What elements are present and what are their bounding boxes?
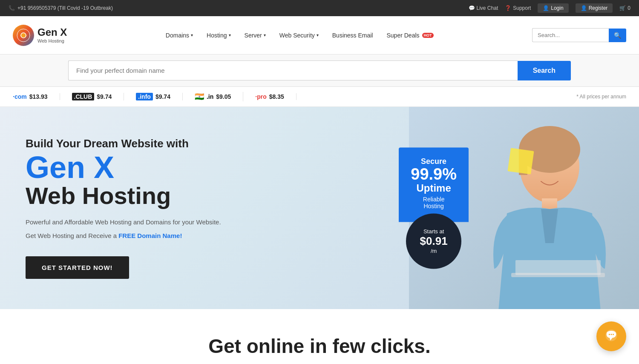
price-info: $9.74 xyxy=(155,93,170,100)
price-club: $9.74 xyxy=(97,93,112,100)
topbar-contact: 📞 +91 9569505379 (Till Covid -19 Outbrea… xyxy=(9,5,113,11)
ext-pro: ·pro xyxy=(255,93,266,100)
logo-svg xyxy=(17,29,30,42)
sticky-note-2 xyxy=(507,148,534,174)
uptime-price-circle: Starts at $0.91 /m xyxy=(406,213,461,269)
search-icon: 🔍 xyxy=(614,32,621,39)
starts-at-label: Starts at xyxy=(423,228,444,235)
hero-content: Build Your Dream Website with Gen X Web … xyxy=(0,112,247,305)
chat-icon: 💬 xyxy=(469,5,475,11)
cart[interactable]: 🛒 0 xyxy=(619,5,630,11)
chevron-down-icon: ▾ xyxy=(317,33,319,37)
svg-rect-8 xyxy=(515,260,601,275)
domain-price-com: ·com $13.93 xyxy=(13,93,60,100)
domain-prices-strip: ·com $13.93 .CLUB $9.74 .info $9.74 🇮🇳 .… xyxy=(0,87,639,107)
cart-icon: 🛒 xyxy=(619,5,626,11)
uptime-hosting: Hosting xyxy=(411,202,457,209)
prices-note: * All prices per annum xyxy=(576,94,626,100)
chat-icon-svg xyxy=(603,328,619,344)
nav-item-server[interactable]: Server ▾ xyxy=(239,29,272,42)
price-in: $9.05 xyxy=(216,93,231,100)
navbar: Gen X Web Hosting Domains ▾ Hosting ▾ Se… xyxy=(0,16,639,54)
chevron-down-icon: ▾ xyxy=(229,33,231,37)
hero-product: Web Hosting xyxy=(26,183,221,209)
support-icon: ❓ xyxy=(505,5,511,11)
phone-number: +91 9569505379 (Till Covid -19 Outbreak) xyxy=(17,5,113,11)
hero-subtitle: Build Your Dream Website with xyxy=(26,137,221,150)
get-online-section: Get online in few clicks. We at Gen X We… xyxy=(0,309,639,364)
get-online-heading: Get online in few clicks. xyxy=(13,335,626,358)
domain-search-bar: Search xyxy=(0,54,639,87)
register-icon: 👤 xyxy=(581,5,587,11)
nav-item-web-security[interactable]: Web Security ▾ xyxy=(273,29,325,42)
navbar-search-button[interactable]: 🔍 xyxy=(609,29,626,42)
domain-price-pro: ·pro $8.35 xyxy=(243,93,296,100)
uptime-card: Secure 99.9% Uptime Reliable Hosting Sta… xyxy=(399,147,469,269)
chat-bubble[interactable] xyxy=(596,321,626,351)
support-link[interactable]: ❓ Support xyxy=(505,5,531,11)
phone-icon: 📞 xyxy=(9,5,15,11)
login-button[interactable]: 👤 Login xyxy=(538,3,568,13)
nav-item-super-deals[interactable]: Super Deals HOT xyxy=(380,29,439,42)
svg-point-10 xyxy=(609,334,610,335)
navbar-search-input[interactable] xyxy=(532,28,609,42)
logo-icon xyxy=(13,25,34,46)
ext-in-img: 🇮🇳 xyxy=(195,92,204,101)
chevron-down-icon: ▾ xyxy=(264,33,266,37)
domain-price-in: 🇮🇳 .in $9.05 xyxy=(183,92,243,101)
uptime-blue-box: Secure 99.9% Uptime Reliable Hosting xyxy=(399,147,469,222)
hero-desc-2: Get Web Hosting and Receive a FREE Domai… xyxy=(26,231,221,241)
uptime-percent: 99.9% xyxy=(411,166,457,182)
hero-desc-1: Powerful and Affordable Web Hosting and … xyxy=(26,217,221,227)
ext-club: .CLUB xyxy=(72,93,95,100)
hot-badge: HOT xyxy=(422,33,434,38)
per-month: /m xyxy=(431,248,437,254)
navbar-search: 🔍 xyxy=(532,28,626,42)
logo[interactable]: Gen X Web Hosting xyxy=(13,25,67,46)
uptime-reliable: Reliable xyxy=(411,195,457,202)
nav-links: Domains ▾ Hosting ▾ Server ▾ Web Securit… xyxy=(160,29,440,42)
domain-price-club: .CLUB $9.74 xyxy=(60,93,124,100)
domain-search-input[interactable] xyxy=(68,60,518,80)
uptime-price: $0.91 xyxy=(420,235,448,248)
ext-com: ·com xyxy=(13,93,27,100)
nav-item-business-email[interactable]: Business Email xyxy=(326,29,379,42)
price-pro: $8.35 xyxy=(269,93,284,100)
price-com: $13.93 xyxy=(29,93,48,100)
svg-point-11 xyxy=(610,334,612,335)
register-button[interactable]: 👤 Register xyxy=(576,3,613,13)
svg-point-12 xyxy=(613,334,614,335)
topbar: 📞 +91 9569505379 (Till Covid -19 Outbrea… xyxy=(0,0,639,16)
ext-in: .in xyxy=(207,93,213,100)
live-chat-link[interactable]: 💬 Live Chat xyxy=(469,5,498,11)
user-icon: 👤 xyxy=(543,5,549,11)
chevron-down-icon: ▾ xyxy=(191,33,193,37)
hero-section: Build Your Dream Website with Gen X Web … xyxy=(0,107,639,309)
domain-price-info: .info $9.74 xyxy=(124,93,183,100)
nav-item-hosting[interactable]: Hosting ▾ xyxy=(201,29,236,42)
topbar-actions: 💬 Live Chat ❓ Support 👤 Login 👤 Register… xyxy=(469,3,630,13)
ext-info: .info xyxy=(136,93,153,100)
domain-search-inner: Search xyxy=(68,60,571,80)
chat-widget[interactable] xyxy=(596,321,626,351)
uptime-label: Uptime xyxy=(411,182,457,194)
hero-brand: Gen X xyxy=(26,152,221,183)
logo-text: Gen X Web Hosting xyxy=(37,26,67,44)
free-domain-link[interactable]: FREE Domain Name! xyxy=(118,232,182,239)
logo-tagline: Web Hosting xyxy=(37,38,67,44)
cart-count: 0 xyxy=(627,5,630,11)
get-started-button[interactable]: GET STARTED NOW! xyxy=(26,256,129,279)
domain-search-button[interactable]: Search xyxy=(518,61,571,80)
nav-item-domains[interactable]: Domains ▾ xyxy=(160,29,199,42)
uptime-secure: Secure xyxy=(411,157,457,166)
logo-brand: Gen X xyxy=(37,26,67,39)
